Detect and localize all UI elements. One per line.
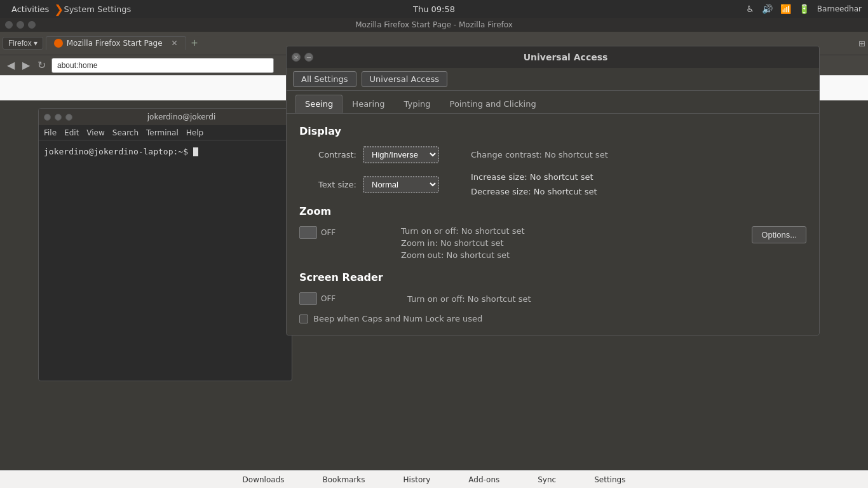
ua-dialog-title: Universal Access bbox=[317, 52, 814, 62]
firefox-maximize-btn[interactable] bbox=[28, 21, 36, 29]
back-button[interactable]: ◀ bbox=[5, 59, 17, 71]
screen-reader-toggle: OFF bbox=[299, 292, 401, 305]
tab-seeing[interactable]: Seeing bbox=[295, 95, 342, 113]
terminal-window: jokerdino@jokerdi File Edit View Search … bbox=[38, 108, 292, 381]
zoom-shortcuts: Turn on or off: No shortcut set Zoom in:… bbox=[401, 226, 752, 262]
ua-close-button[interactable]: ✕ bbox=[292, 53, 301, 62]
terminal-cursor bbox=[193, 147, 198, 156]
terminal-menu-terminal[interactable]: Terminal bbox=[146, 128, 179, 137]
ua-content: Display Contrast: High/Inverse Normal Lo… bbox=[287, 114, 819, 335]
text-size-select[interactable]: Normal Large Larger bbox=[363, 176, 439, 193]
decrease-size-shortcut: Decrease size: No shortcut set bbox=[471, 187, 597, 196]
zoom-toggle-area: OFF bbox=[299, 226, 401, 239]
zoom-out-shortcut: Zoom out: No shortcut set bbox=[401, 250, 752, 260]
terminal-menu-help[interactable]: Help bbox=[186, 128, 203, 137]
terminal-menu-edit[interactable]: Edit bbox=[64, 128, 79, 137]
wifi-icon: 📶 bbox=[780, 4, 791, 14]
all-settings-link[interactable]: All Settings bbox=[293, 71, 356, 87]
screen-reader-toggle-area: OFF bbox=[299, 292, 401, 305]
bottom-link-addons[interactable]: Add-ons bbox=[468, 475, 499, 484]
bottom-link-history[interactable]: History bbox=[403, 475, 431, 484]
ua-minimize-button[interactable]: − bbox=[304, 53, 313, 62]
tab-close-icon[interactable]: ✕ bbox=[172, 39, 178, 48]
terminal-prompt-line: jokerdino@jokerdino-laptop:~$ bbox=[44, 146, 287, 158]
new-tab-button[interactable]: + bbox=[187, 37, 202, 50]
firefox-right-icons: ⊞ bbox=[858, 39, 865, 48]
beep-checkbox-label: Beep when Caps and Num Lock are used bbox=[313, 314, 482, 323]
bottom-link-sync[interactable]: Sync bbox=[538, 475, 556, 484]
terminal-menu-search[interactable]: Search bbox=[112, 128, 139, 137]
screen-reader-toggle-box[interactable] bbox=[299, 292, 317, 305]
contrast-shortcut: Change contrast: No shortcut set bbox=[471, 150, 608, 159]
terminal-title-bar: jokerdino@jokerdi bbox=[39, 109, 292, 125]
contrast-select[interactable]: High/Inverse Normal Low Contrast bbox=[363, 146, 439, 163]
screen-reader-toggle-label: OFF bbox=[321, 294, 336, 303]
terminal-menu-view[interactable]: View bbox=[86, 128, 104, 137]
terminal-menu-file[interactable]: File bbox=[44, 128, 57, 137]
contrast-label: Contrast: bbox=[299, 150, 356, 159]
ua-settings-bar: All Settings Universal Access bbox=[287, 68, 819, 91]
terminal-body: jokerdino@jokerdino-laptop:~$ bbox=[39, 140, 292, 163]
text-size-control: Normal Large Larger bbox=[363, 176, 445, 193]
terminal-minimize-btn[interactable] bbox=[55, 114, 62, 121]
top-bar-right: ♿ 🔊 📶 🔋 Barneedhar bbox=[746, 4, 862, 14]
tab-favicon bbox=[54, 39, 63, 48]
battery-icon: 🔋 bbox=[799, 4, 810, 14]
firefox-menu-button[interactable]: Firefox ▾ bbox=[3, 37, 43, 50]
system-settings-label: System Settings bbox=[64, 4, 131, 14]
top-bar-clock: Thu 09:58 bbox=[413, 4, 455, 14]
forward-button[interactable]: ▶ bbox=[20, 59, 32, 71]
text-size-shortcuts: Increase size: No shortcut set Decrease … bbox=[471, 172, 597, 196]
tab-hearing[interactable]: Hearing bbox=[342, 95, 394, 113]
username-label: Barneedhar bbox=[817, 4, 862, 13]
terminal-title-text: jokerdino@jokerdi bbox=[76, 112, 287, 121]
tab-pointing-and-clicking[interactable]: Pointing and Clicking bbox=[440, 95, 546, 113]
terminal-menu-bar: File Edit View Search Terminal Help bbox=[39, 125, 292, 140]
zoom-row: OFF Turn on or off: No shortcut set Zoom… bbox=[299, 226, 806, 262]
terminal-maximize-btn[interactable] bbox=[65, 114, 72, 121]
increase-size-shortcut: Increase size: No shortcut set bbox=[471, 172, 597, 182]
activities-arrow-icon: ❯ bbox=[54, 3, 64, 16]
zoom-section-title: Zoom bbox=[299, 205, 806, 217]
reload-button[interactable]: ↻ bbox=[36, 59, 48, 71]
terminal-close-btn[interactable] bbox=[44, 114, 51, 121]
firefox-window-title: Mozilla Firefox Start Page - Mozilla Fir… bbox=[355, 20, 513, 29]
tab-typing[interactable]: Typing bbox=[395, 95, 440, 113]
display-section-title: Display bbox=[299, 125, 806, 137]
text-size-label: Text size: bbox=[299, 180, 356, 189]
active-tab[interactable]: Mozilla Firefox Start Page ✕ bbox=[46, 36, 186, 50]
beep-checkbox[interactable] bbox=[299, 315, 308, 323]
contrast-control: High/Inverse Normal Low Contrast bbox=[363, 146, 445, 163]
ua-title-bar: ✕ − Universal Access bbox=[287, 46, 819, 68]
bottom-link-downloads[interactable]: Downloads bbox=[243, 475, 285, 484]
activities-bar: Activities ❯ System Settings bbox=[6, 3, 131, 16]
text-size-row: Text size: Normal Large Larger Increase … bbox=[299, 172, 806, 196]
terminal-prompt: jokerdino@jokerdino-laptop:~$ bbox=[44, 147, 188, 156]
firefox-title-bar: Mozilla Firefox Start Page - Mozilla Fir… bbox=[0, 18, 868, 32]
accessibility-icon: ♿ bbox=[746, 4, 754, 14]
beep-checkbox-row: Beep when Caps and Num Lock are used bbox=[299, 314, 806, 323]
screen-reader-shortcut: Turn on or off: No shortcut set bbox=[407, 294, 531, 304]
zoom-options-button[interactable]: Options... bbox=[752, 226, 806, 243]
firefox-bottom-bar: Downloads Bookmarks History Add-ons Sync… bbox=[0, 470, 868, 488]
bottom-link-bookmarks[interactable]: Bookmarks bbox=[323, 475, 365, 484]
zoom-toggle-box[interactable] bbox=[299, 226, 317, 239]
firefox-minimize-btn[interactable] bbox=[17, 21, 24, 29]
screen-reader-row: OFF Turn on or off: No shortcut set bbox=[299, 292, 806, 305]
bottom-link-settings[interactable]: Settings bbox=[594, 475, 625, 484]
universal-access-breadcrumb[interactable]: Universal Access bbox=[362, 71, 447, 87]
zoom-in-shortcut: Zoom in: No shortcut set bbox=[401, 238, 752, 248]
url-input[interactable] bbox=[51, 58, 274, 73]
firefox-zoom-icon: ⊞ bbox=[858, 39, 865, 48]
activities-button[interactable]: Activities bbox=[6, 4, 54, 14]
top-bar: Activities ❯ System Settings Thu 09:58 ♿… bbox=[0, 0, 868, 18]
zoom-toggle-label: OFF bbox=[321, 228, 336, 237]
universal-access-dialog: ✕ − Universal Access All Settings Univer… bbox=[286, 46, 820, 336]
firefox-close-btn[interactable] bbox=[5, 21, 13, 29]
volume-icon: 🔊 bbox=[762, 4, 773, 14]
zoom-turn-on-shortcut: Turn on or off: No shortcut set bbox=[401, 226, 752, 236]
firefox-window-controls bbox=[5, 21, 36, 29]
ua-tabs: Seeing Hearing Typing Pointing and Click… bbox=[287, 91, 819, 114]
zoom-toggle: OFF bbox=[299, 226, 401, 239]
contrast-row: Contrast: High/Inverse Normal Low Contra… bbox=[299, 146, 806, 163]
